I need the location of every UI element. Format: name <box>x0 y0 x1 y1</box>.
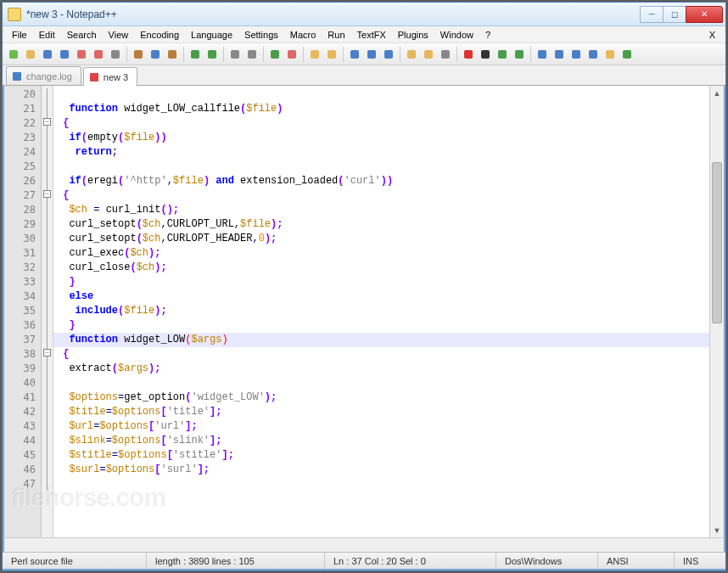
menu-close-doc[interactable]: X <box>703 28 722 42</box>
code-line[interactable]: $options=get_option('widget_LOW'); <box>57 390 709 405</box>
menu-view[interactable]: View <box>103 28 135 42</box>
menu-window[interactable]: Window <box>434 28 479 42</box>
close-button[interactable] <box>74 47 89 62</box>
code-line[interactable]: } <box>57 275 709 289</box>
f1-button[interactable] <box>535 47 550 62</box>
code-line[interactable]: { <box>57 116 709 131</box>
menu-search[interactable]: Search <box>61 28 103 42</box>
menu-plugins[interactable]: Plugins <box>392 28 434 42</box>
menu-edit[interactable]: Edit <box>33 28 61 42</box>
menu-encoding[interactable]: Encoding <box>134 28 185 42</box>
svg-rect-28 <box>538 50 546 59</box>
code-line[interactable]: function widget_LOW_callfile($file) <box>57 102 709 116</box>
unfold-button[interactable] <box>421 47 436 62</box>
wrap-button[interactable] <box>347 47 362 62</box>
close-button[interactable]: ✕ <box>686 6 723 23</box>
save-button[interactable] <box>40 47 55 62</box>
menu-settings[interactable]: Settings <box>238 28 284 42</box>
redo-button[interactable] <box>204 47 220 62</box>
menubar: FileEditSearchViewEncodingLanguageSettin… <box>3 26 725 43</box>
code-line[interactable]: curl_close($ch); <box>57 261 709 275</box>
code-line[interactable] <box>57 87 709 102</box>
maximize-button[interactable]: ◻ <box>663 6 686 23</box>
sync-h-icon <box>326 48 338 60</box>
code-line[interactable]: extract($args); <box>57 362 709 376</box>
menu-[interactable]: ? <box>479 28 496 42</box>
scroll-up-arrow-icon[interactable]: ▲ <box>710 86 724 100</box>
f4-button[interactable] <box>585 47 601 62</box>
code-line[interactable]: { <box>57 188 709 203</box>
code-line[interactable]: include($file); <box>57 304 709 318</box>
code-line[interactable]: if(eregi('^http',$file) and extension_lo… <box>57 174 709 188</box>
replace-button[interactable] <box>244 47 260 62</box>
code-editor[interactable]: function widget_LOW_callfile($file) { if… <box>53 86 709 537</box>
line-number: 23 <box>4 131 36 145</box>
svg-rect-33 <box>623 50 631 59</box>
code-line[interactable]: $stitle=$options['stitle']; <box>57 448 709 463</box>
zoom-out-button[interactable] <box>284 47 300 62</box>
code-line[interactable] <box>57 376 709 390</box>
code-line[interactable]: $ch = curl_init(); <box>57 203 709 217</box>
f2-icon <box>553 48 565 60</box>
open-button[interactable] <box>23 47 38 62</box>
fold-toggle-icon[interactable]: − <box>43 190 51 198</box>
code-line[interactable]: $slink=$options['slink']; <box>57 434 709 448</box>
status-eol: Dos\Windows <box>496 553 598 569</box>
sync-h-button[interactable] <box>324 47 339 62</box>
all-chars-button[interactable] <box>364 47 379 62</box>
code-line[interactable]: else <box>57 289 709 304</box>
code-line[interactable]: $surl=$options['surl']; <box>57 463 709 477</box>
code-line[interactable]: $title=$options['title']; <box>57 405 709 419</box>
menu-textfx[interactable]: TextFX <box>351 28 392 42</box>
menu-file[interactable]: File <box>6 28 33 42</box>
menu-language[interactable]: Language <box>185 28 238 42</box>
hide-button[interactable] <box>438 47 453 62</box>
titlebar[interactable]: *new 3 - Notepad++ ─ ◻ ✕ <box>3 3 725 26</box>
rec-icon <box>462 48 474 60</box>
new-button[interactable] <box>6 47 21 62</box>
f2-button[interactable] <box>552 47 567 62</box>
scroll-thumb[interactable] <box>712 162 722 323</box>
menu-macro[interactable]: Macro <box>284 28 322 42</box>
fold-toggle-icon[interactable]: − <box>43 118 51 126</box>
copy-button[interactable] <box>148 47 163 62</box>
indent-button[interactable] <box>381 47 396 62</box>
fold-column[interactable]: −−− <box>42 86 53 537</box>
svg-rect-14 <box>271 50 279 59</box>
horizontal-scrollbar[interactable] <box>3 537 725 552</box>
minimize-button[interactable]: ─ <box>640 6 664 23</box>
code-line[interactable] <box>57 160 709 174</box>
code-line[interactable]: return; <box>57 145 709 160</box>
f3-button[interactable] <box>568 47 584 62</box>
menu-run[interactable]: Run <box>322 28 350 42</box>
f6-button[interactable] <box>619 47 635 62</box>
undo-button[interactable] <box>188 47 203 62</box>
tab-change-log[interactable]: change.log <box>6 66 81 85</box>
sync-v-button[interactable] <box>307 47 322 62</box>
fold-toggle-icon[interactable]: − <box>43 349 51 357</box>
play-multi-button[interactable] <box>512 47 527 62</box>
rec-button[interactable] <box>461 47 476 62</box>
code-line[interactable]: curl_exec($ch); <box>57 246 709 261</box>
code-line[interactable]: } <box>57 318 709 333</box>
f5-button[interactable] <box>602 47 618 62</box>
scroll-down-arrow-icon[interactable]: ▼ <box>710 523 724 537</box>
find-button[interactable] <box>227 47 243 62</box>
code-line[interactable] <box>57 477 709 492</box>
fold-button[interactable] <box>404 47 419 62</box>
save-all-button[interactable] <box>57 47 72 62</box>
cut-button[interactable] <box>131 47 146 62</box>
tab-new--3[interactable]: new 3 <box>83 67 137 86</box>
zoom-in-button[interactable] <box>267 47 283 62</box>
code-line[interactable]: $url=$options['url']; <box>57 419 709 434</box>
code-line[interactable]: { <box>57 347 709 362</box>
code-line[interactable]: curl_setopt($ch,CURLOPT_HEADER,0); <box>57 232 709 246</box>
vertical-scrollbar[interactable]: ▲ ▼ <box>709 86 724 537</box>
code-line[interactable]: curl_setopt($ch,CURLOPT_URL,$file); <box>57 217 709 232</box>
play-button[interactable] <box>495 47 510 62</box>
code-line[interactable]: if(empty($file)) <box>57 131 709 145</box>
print-button[interactable] <box>108 47 123 62</box>
paste-button[interactable] <box>165 47 180 62</box>
stop-button[interactable] <box>478 47 493 62</box>
close-all-button[interactable] <box>91 47 106 62</box>
